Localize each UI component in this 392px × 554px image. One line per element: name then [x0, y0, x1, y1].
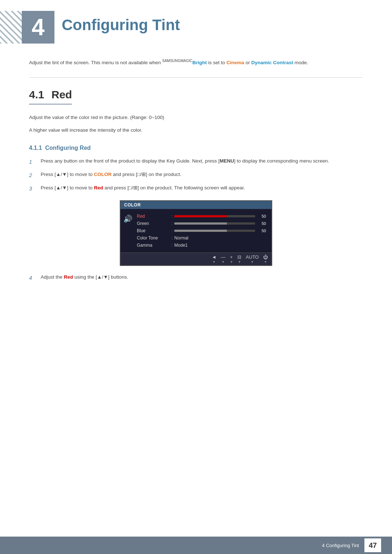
monitor-btn-left: ◄ ▼ [212, 254, 216, 264]
section-41-title: 4.1Red [29, 89, 72, 104]
page-footer: 4 Configuring Tint 47 [0, 537, 392, 554]
chapter-number: 4 [22, 11, 54, 44]
chapter-title: Configuring Tint [62, 11, 180, 34]
magic-label: MAGIC [180, 59, 192, 63]
step-2-number: 2 [29, 171, 38, 180]
slider-value-red: 50 [258, 214, 266, 218]
page-number: 47 [364, 538, 381, 552]
menu-value-colortone: Normal [174, 235, 188, 241]
menu-label-gamma: Gamma [137, 243, 170, 248]
dynamic-contrast-label: Dynamic Contrast [251, 60, 293, 65]
monitor-btn-menu: ⊟ ▼ [237, 254, 241, 264]
chapter-header: 4 Configuring Tint [0, 0, 392, 51]
slider-green: 50 [174, 221, 266, 226]
footer-chapter-text: 4 Configuring Tint [322, 543, 359, 548]
step-3-text: Press [▲/▼] to move to Red and press [□/… [41, 184, 363, 192]
chapter-description: Adjust the tint of the screen. This menu… [29, 54, 363, 66]
menu-value-gamma: Mode1 [174, 243, 188, 248]
menu-row-gamma: Gamma : Mode1 [137, 242, 266, 249]
monitor-btn-plus: + ▼ [230, 254, 233, 264]
section-41-body2: A higher value will increase the intensi… [29, 126, 363, 135]
cinema-label: Cinema [226, 60, 244, 65]
menu-row-green: Green : 50 [137, 220, 266, 227]
menu-label-blue: Blue [137, 228, 170, 233]
bright-label: Bright [192, 60, 207, 65]
slider-value-green: 50 [258, 221, 266, 226]
monitor-icon-area: 🔊 Red : 50 Green : [121, 209, 271, 253]
slider-value-blue: 50 [258, 229, 266, 233]
step-3-number: 3 [29, 184, 38, 193]
monitor-title-bar: COLOR [121, 201, 271, 209]
step-4-text: Adjust the Red using the [▲/▼] buttons. [41, 273, 363, 281]
menu-label-red: Red [137, 214, 170, 219]
step-4-number: 4 [29, 273, 38, 282]
step-4: 4 Adjust the Red using the [▲/▼] buttons… [29, 273, 363, 282]
brand-label: SAMSUNG [162, 59, 181, 63]
steps-list-2: 4 Adjust the Red using the [▲/▼] buttons… [29, 273, 363, 282]
section-divider [29, 77, 363, 78]
steps-list: 1 Press any button on the front of the p… [29, 157, 363, 193]
menu-row-blue: Blue : 50 [137, 227, 266, 234]
step-3: 3 Press [▲/▼] to move to Red and press [… [29, 184, 363, 193]
slider-blue: 50 [174, 229, 266, 233]
step-1: 1 Press any button on the front of the p… [29, 157, 363, 166]
slider-bar-blue [174, 230, 255, 232]
step-1-number: 1 [29, 157, 38, 166]
step-1-text: Press any button on the front of the pro… [41, 157, 363, 165]
monitor-btn-minus: — ▼ [221, 254, 225, 264]
monitor-footer: ◄ ▼ — ▼ + ▼ ⊟ ▼ AUTO ▼ ⏻ ▼ [121, 253, 271, 265]
monitor-screenshot: COLOR 🔊 Red : 50 Green : [120, 200, 272, 266]
slider-red: 50 [174, 214, 266, 218]
menu-row-red: Red : 50 [137, 213, 266, 220]
monitor-btn-power: ⏻ ▼ [263, 254, 268, 264]
section-41-body1: Adjust the value of the color red in the… [29, 114, 363, 122]
step-2: 2 Press [▲/▼] to move to COLOR and press… [29, 171, 363, 180]
subsection-411-title: 4.1.1 Configuring Red [29, 145, 363, 151]
slider-bar-red [174, 215, 255, 217]
menu-row-colortone: Color Tone : Normal [137, 234, 266, 242]
step-2-text: Press [▲/▼] to move to COLOR and press [… [41, 171, 363, 178]
monitor-menu: Red : 50 Green : 50 [131, 209, 271, 253]
menu-label-green: Green [137, 221, 170, 226]
main-content: Adjust the tint of the screen. This menu… [0, 51, 392, 316]
menu-label-colortone: Color Tone [137, 235, 170, 241]
slider-bar-green [174, 222, 255, 225]
monitor-btn-auto: AUTO ▼ [246, 254, 259, 264]
